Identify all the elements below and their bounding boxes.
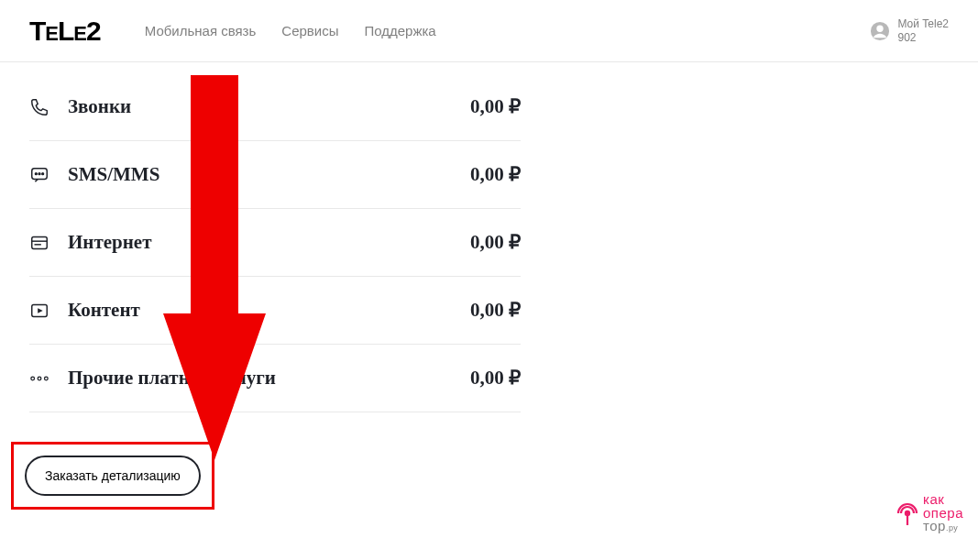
internet-icon	[29, 233, 55, 253]
account-text: Мой Tele2 902	[897, 17, 949, 44]
row-label: SMS/MMS	[68, 163, 159, 186]
nav-support[interactable]: Поддержка	[364, 23, 435, 38]
other-icon	[29, 374, 55, 383]
nav: Мобильная связь Сервисы Поддержка	[145, 23, 436, 38]
svg-point-3	[35, 172, 37, 174]
row-amount: 0,00 ₽	[470, 299, 521, 322]
header: TELE2 Мобильная связь Сервисы Поддержка …	[0, 0, 978, 62]
row-sms[interactable]: SMS/MMS 0,00 ₽	[29, 141, 521, 209]
account-block[interactable]: Мой Tele2 902	[870, 17, 949, 44]
svg-point-13	[905, 510, 910, 515]
svg-rect-6	[32, 236, 48, 248]
row-label: Интернет	[68, 231, 152, 254]
account-number: 902	[897, 31, 949, 44]
svg-point-1	[877, 25, 884, 31]
row-amount: 0,00 ₽	[470, 367, 521, 390]
watermark-text: как опера тор.ру	[923, 493, 963, 533]
watermark-icon	[896, 500, 919, 527]
logo[interactable]: TELE2	[29, 16, 101, 47]
content-icon	[29, 301, 55, 321]
order-detail-button[interactable]: Заказать детализацию	[25, 456, 201, 496]
row-label: Прочие платные услуги	[68, 367, 276, 390]
svg-point-11	[38, 377, 41, 380]
row-amount: 0,00 ₽	[470, 95, 521, 118]
svg-point-4	[38, 172, 40, 174]
watermark: как опера тор.ру	[896, 493, 963, 533]
row-other[interactable]: Прочие платные услуги 0,00 ₽	[29, 345, 521, 412]
row-calls[interactable]: Звонки 0,00 ₽	[29, 73, 521, 141]
row-internet[interactable]: Интернет 0,00 ₽	[29, 209, 521, 277]
row-amount: 0,00 ₽	[470, 231, 521, 254]
phone-icon	[29, 97, 55, 117]
svg-point-5	[42, 172, 44, 174]
user-icon	[870, 21, 890, 41]
row-amount: 0,00 ₽	[470, 163, 521, 186]
row-label: Контент	[68, 299, 140, 322]
account-title: Мой Tele2	[897, 17, 949, 30]
expenses-list: Звонки 0,00 ₽ SMS/MMS 0,00 ₽ Интернет 0,…	[0, 62, 550, 510]
highlight-box: Заказать детализацию	[11, 442, 214, 510]
row-content[interactable]: Контент 0,00 ₽	[29, 277, 521, 345]
sms-icon	[29, 165, 55, 185]
svg-point-10	[31, 377, 35, 380]
nav-mobile[interactable]: Мобильная связь	[145, 23, 257, 38]
nav-services[interactable]: Сервисы	[281, 23, 338, 38]
row-label: Звонки	[68, 95, 131, 118]
svg-point-12	[45, 377, 49, 380]
